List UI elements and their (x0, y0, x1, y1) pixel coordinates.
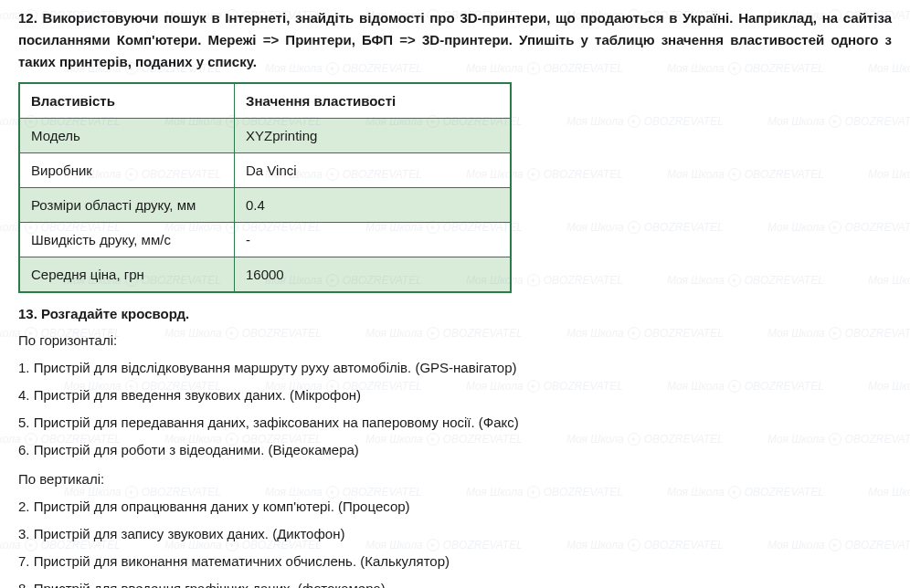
vertical-heading: По вертикалі: (18, 466, 892, 493)
crossword-clue: 6. Пристрій для роботи з відеоданими. (В… (18, 436, 892, 464)
task-13-header: 13. Розгадайте кросворд. (18, 306, 892, 321)
task-12-header: 12. Використовуючи пошук в Інтернеті, зн… (18, 7, 892, 73)
crossword-section: По горизонталі: 1. Пристрій для відслідк… (18, 327, 892, 588)
watermark-item: Моя Школа✦OBOZREVATEL (566, 115, 724, 128)
watermark-item: Моя Школа✦OBOZREVATEL (868, 168, 910, 181)
table-row: Розміри області друку, мм 0.4 (20, 188, 511, 223)
watermark-item: Моя Школа✦OBOZREVATEL (767, 221, 910, 234)
watermark-item: Моя Школа✦OBOZREVATEL (566, 221, 724, 234)
cell-prop: Виробник (20, 153, 235, 188)
properties-table: Властивість Значення властивості Модель … (19, 83, 511, 292)
cell-prop: Модель (20, 119, 235, 153)
cell-val: 16000 (235, 257, 511, 292)
table-row: Швидкість друку, мм/с - (20, 223, 511, 257)
properties-table-wrapper: Властивість Значення властивості Модель … (18, 82, 512, 293)
crossword-clue: 1. Пристрій для відслідковування маршрут… (18, 354, 892, 382)
crossword-clue: 5. Пристрій для передавання даних, зафік… (18, 409, 892, 436)
table-header-row: Властивість Значення властивості (20, 84, 511, 119)
table-row: Виробник Da Vinci (20, 153, 511, 188)
crossword-clue: 2. Пристрій для опрацювання даних у комп… (18, 493, 892, 520)
cell-prop: Розміри області друку, мм (20, 188, 235, 223)
crossword-clue: 4. Пристрій для введення звукових даних.… (18, 382, 892, 409)
horizontal-heading: По горизонталі: (18, 327, 892, 354)
header-value: Значення властивості (235, 84, 511, 119)
crossword-clue: 8. Пристрій для введення графічних даних… (18, 575, 892, 588)
cell-val: 0.4 (235, 188, 511, 223)
cell-val: XYZprinting (235, 119, 511, 153)
watermark-item: Моя Школа✦OBOZREVATEL (868, 274, 910, 287)
crossword-clue: 3. Пристрій для запису звукових даних. (… (18, 520, 892, 548)
watermark-item: Моя Школа✦OBOZREVATEL (667, 168, 824, 181)
cell-prop: Швидкість друку, мм/с (20, 223, 235, 257)
cell-val: Da Vinci (235, 153, 511, 188)
table-row: Модель XYZprinting (20, 119, 511, 153)
watermark-item: Моя Школа✦OBOZREVATEL (667, 274, 824, 287)
table-row: Середня ціна, грн 16000 (20, 257, 511, 292)
watermark-item: Моя Школа✦OBOZREVATEL (767, 115, 910, 128)
cell-val: - (235, 223, 511, 257)
header-property: Властивість (20, 84, 235, 119)
crossword-clue: 7. Пристрій для виконання математичних о… (18, 548, 892, 575)
cell-prop: Середня ціна, грн (20, 257, 235, 292)
